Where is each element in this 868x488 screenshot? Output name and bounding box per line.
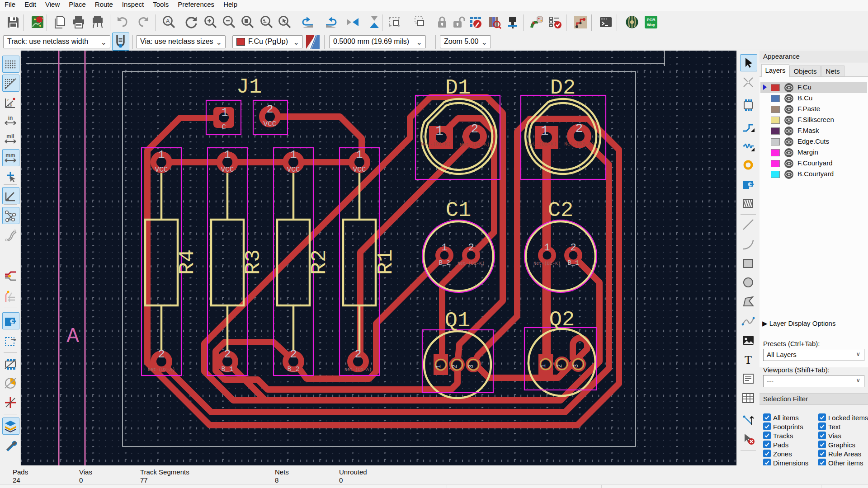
svg-text:Net-(D2-A): Net-(D2-A)	[564, 141, 594, 147]
svg-text:VCC: VCC	[155, 166, 168, 174]
svg-text:3: 3	[467, 365, 475, 368]
svg-text:Net-(D2-K): Net-(D2-K)	[533, 261, 561, 266]
svg-text:B_1: B_1	[221, 366, 233, 373]
svg-text:Q1: Q1	[445, 309, 470, 333]
svg-text:2: 2	[290, 348, 297, 361]
svg-text:A: A	[66, 325, 79, 348]
svg-text:1: 1	[158, 149, 165, 162]
svg-text:in: in	[8, 115, 13, 121]
svg-text:D1: D1	[445, 76, 471, 100]
svg-text:2: 2	[471, 122, 479, 136]
svg-text:1: 1	[435, 124, 443, 139]
svg-text:mm: mm	[5, 152, 15, 159]
svg-text:2: 2	[266, 103, 273, 116]
svg-text:Way: Way	[647, 23, 655, 27]
svg-text:r: r	[7, 97, 9, 102]
svg-text:B_1: B_1	[567, 259, 579, 267]
svg-text:1: 1	[541, 124, 548, 139]
svg-text:C2: C2	[548, 198, 573, 222]
svg-text:1: 1	[441, 242, 447, 253]
svg-text:VCC: VCC	[287, 166, 300, 174]
svg-text:1: 1	[356, 149, 363, 162]
svg-text:1: 1	[290, 149, 297, 162]
svg-text:Net-(D1-K): Net-(D1-K)	[458, 261, 485, 266]
svg-text:VCC: VCC	[264, 120, 277, 128]
svg-text:1: 1	[540, 364, 547, 368]
svg-text:Q2: Q2	[549, 308, 575, 332]
svg-text:VCC: VCC	[221, 166, 234, 174]
svg-text:Net-(D1-K): Net-(D1-K)	[421, 141, 451, 147]
svg-text:θ: θ	[10, 103, 12, 108]
svg-text:R1: R1	[374, 249, 398, 275]
svg-text:R4: R4	[175, 249, 199, 275]
svg-text:Net-(D1-A): Net-(D1-A)	[460, 142, 490, 147]
svg-text:Net-(D2-K): Net-(D2-K)	[527, 141, 557, 147]
svg-text:T: T	[745, 353, 752, 366]
svg-text:VCC: VCC	[353, 166, 366, 174]
svg-text:2: 2	[556, 364, 563, 368]
svg-text:2: 2	[570, 242, 576, 253]
svg-text:2: 2	[576, 122, 583, 136]
svg-text:2: 2	[158, 348, 165, 361]
svg-text:1: 1	[221, 106, 228, 119]
svg-text:R2: R2	[307, 249, 331, 275]
svg-text:A: A	[166, 18, 170, 24]
svg-text:Net-(D1-A): Net-(D1-A)	[344, 367, 372, 372]
svg-text:C: C	[222, 123, 226, 131]
svg-text:D2: D2	[550, 76, 576, 100]
svg-text:B_2: B_2	[287, 366, 299, 373]
svg-text:3: 3	[572, 364, 580, 368]
svg-text:Net-(D2-A): Net-(D2-A)	[148, 367, 175, 372]
svg-text:PCB: PCB	[646, 18, 656, 22]
svg-text:2: 2	[224, 348, 231, 361]
svg-text:1: 1	[544, 242, 550, 253]
svg-text:R3: R3	[241, 249, 265, 275]
svg-text:2: 2	[354, 348, 361, 361]
svg-text:mil: mil	[6, 133, 14, 140]
svg-text:2: 2	[468, 242, 474, 253]
svg-text:1: 1	[224, 149, 231, 162]
svg-text:2: 2	[451, 365, 458, 368]
svg-text:B_2: B_2	[439, 259, 450, 267]
svg-text:J1: J1	[236, 75, 262, 99]
svg-text:1: 1	[435, 365, 442, 368]
svg-text:C1: C1	[446, 198, 471, 222]
